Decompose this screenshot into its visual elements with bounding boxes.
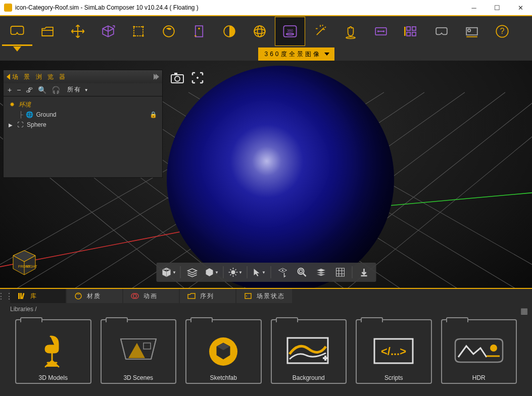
360-panorama-button[interactable]: 360: [275, 17, 305, 46]
selection-button[interactable]: [123, 17, 154, 46]
minimize-button[interactable]: ─: [462, 0, 486, 15]
svg-rect-65: [18, 293, 20, 299]
material-sphere-button[interactable]: [154, 17, 184, 46]
chair-icon: [16, 320, 90, 383]
svg-point-68: [75, 293, 81, 299]
scene-tree: ✸ 环境 ├ 🌐 Ground 🔒 ▶ ⛶ Sphere: [4, 96, 162, 177]
light-icon[interactable]: ▼: [226, 264, 244, 280]
svg-point-5: [163, 26, 174, 37]
submenu-360-panorama[interactable]: 360度全景图像: [258, 47, 334, 61]
tab-material[interactable]: 材质: [67, 289, 122, 303]
library-grid: 3D Models 3D Scenes Sketchfab Background: [0, 315, 532, 396]
sphere-object[interactable]: [167, 66, 394, 288]
stack-icon[interactable]: [312, 264, 330, 280]
collapse-arrow-icon: [7, 74, 10, 80]
cube-button[interactable]: [93, 17, 123, 46]
help-button[interactable]: ?: [487, 17, 517, 46]
bottom-panel-tabs: ⋮⋮ 库 材质 动画 序列 场景状态: [0, 289, 532, 303]
panel-menu-icon[interactable]: ▦: [520, 306, 528, 316]
crop-icon[interactable]: [189, 71, 206, 85]
library-breadcrumb[interactable]: Libraries /: [0, 303, 532, 315]
tree-item-env[interactable]: ✸ 环境: [9, 100, 157, 110]
svg-point-26: [468, 29, 470, 32]
svg-point-1: [133, 26, 135, 28]
viewport-bottom-toolbar: ▼ ▼ ▼ ▼: [156, 263, 376, 282]
tab-sequence[interactable]: 序列: [180, 289, 235, 303]
svg-point-78: [490, 344, 497, 352]
background-icon: [272, 320, 346, 383]
maximize-button[interactable]: ☐: [486, 0, 509, 15]
scripts-icon: </...>: [357, 320, 431, 383]
layers-icon[interactable]: [183, 264, 201, 280]
magic-wand-button[interactable]: [305, 17, 335, 46]
window-title: icon-Category-Roof.sim - SimLab Composer…: [15, 4, 199, 11]
search-icon[interactable]: 🔍: [38, 86, 46, 94]
svg-rect-20: [407, 27, 410, 30]
close-button[interactable]: ✕: [509, 0, 532, 15]
expand-icon[interactable]: ▶: [9, 122, 14, 128]
svg-point-57: [298, 268, 304, 274]
vr-headset-button[interactable]: [2, 17, 32, 46]
contrast-circle-button[interactable]: [214, 17, 245, 46]
app-icon: [4, 4, 12, 12]
viewport-tools: [169, 71, 206, 85]
expand-arrow-icon[interactable]: [154, 74, 159, 80]
svg-line-59: [303, 274, 306, 276]
add-icon[interactable]: +: [8, 86, 12, 94]
panel-right-controls: ▦: [520, 306, 528, 316]
svg-rect-60: [336, 268, 344, 276]
cube-solid-icon[interactable]: ▼: [202, 264, 220, 280]
svg-point-3: [133, 35, 135, 37]
link-icon[interactable]: 🖇: [26, 86, 33, 94]
connections-button[interactable]: [366, 17, 396, 46]
lib-card-scripts[interactable]: </...> Scripts: [356, 319, 432, 384]
navigation-cube[interactable]: FRONT RIGHT: [9, 247, 39, 278]
panel-grip-icon[interactable]: ⋮⋮: [0, 289, 10, 303]
svg-rect-66: [20, 293, 22, 299]
cube-view-icon[interactable]: ▼: [159, 264, 177, 280]
cursor-icon[interactable]: ▼: [250, 264, 268, 280]
svg-rect-22: [407, 32, 410, 36]
svg-point-56: [282, 270, 283, 271]
tree-item-sphere[interactable]: ▶ ⛶ Sphere: [9, 120, 157, 130]
submenu-bar: 360度全景图像: [0, 46, 532, 61]
tab-library[interactable]: 库: [10, 289, 66, 303]
svg-text:?: ?: [500, 26, 504, 35]
hand-button[interactable]: [335, 17, 366, 46]
grid-toggle-icon[interactable]: [331, 264, 349, 280]
remove-icon[interactable]: −: [17, 86, 21, 94]
lib-card-3d-scenes[interactable]: 3D Scenes: [101, 319, 177, 384]
svg-rect-67: [21, 293, 24, 299]
lib-card-hdr[interactable]: HDR: [441, 319, 517, 384]
lib-card-3d-models[interactable]: 3D Models: [15, 319, 91, 384]
zoom-icon[interactable]: [293, 264, 311, 280]
lib-card-sketchfab[interactable]: Sketchfab: [185, 319, 262, 384]
svg-rect-73: [143, 343, 151, 349]
page-button[interactable]: [184, 17, 214, 46]
tab-animation[interactable]: 动画: [123, 289, 179, 303]
svg-point-55: [231, 270, 235, 274]
viewport-area[interactable]: 场 景 浏 览 器 + − 🖇 🔍 🎧 所有 ▼ ✸ 环境 ├ 🌐 Ground…: [0, 61, 532, 288]
bottom-panel: ⋮⋮ 库 材质 动画 序列 场景状态 Libraries /: [0, 288, 532, 396]
lock-icon[interactable]: 🔒: [150, 111, 157, 118]
camera-icon[interactable]: [169, 71, 185, 85]
move-arrows-button[interactable]: [63, 17, 93, 46]
svg-point-10: [254, 26, 265, 37]
hdr-icon: [442, 320, 516, 383]
svg-point-2: [142, 26, 144, 28]
svg-rect-21: [412, 27, 416, 30]
audio-icon[interactable]: 🎧: [52, 86, 60, 94]
globe-button[interactable]: [245, 17, 275, 46]
scene-browser-header[interactable]: 场 景 浏 览 器: [4, 70, 162, 83]
filter-dropdown[interactable]: 所有 ▼: [67, 85, 89, 94]
presentation-button[interactable]: [457, 17, 487, 46]
grid-panel-button[interactable]: [396, 17, 426, 46]
lib-card-background[interactable]: Background: [271, 319, 347, 384]
file-button[interactable]: [32, 17, 63, 46]
vr-small-button[interactable]: [426, 17, 457, 46]
target-icon[interactable]: [273, 264, 292, 280]
tree-item-ground[interactable]: ├ 🌐 Ground 🔒: [9, 110, 157, 120]
download-icon[interactable]: [355, 264, 373, 280]
submenu-label: 360度全景图像: [264, 50, 321, 59]
tab-scene-state[interactable]: 场景状态: [236, 289, 292, 303]
